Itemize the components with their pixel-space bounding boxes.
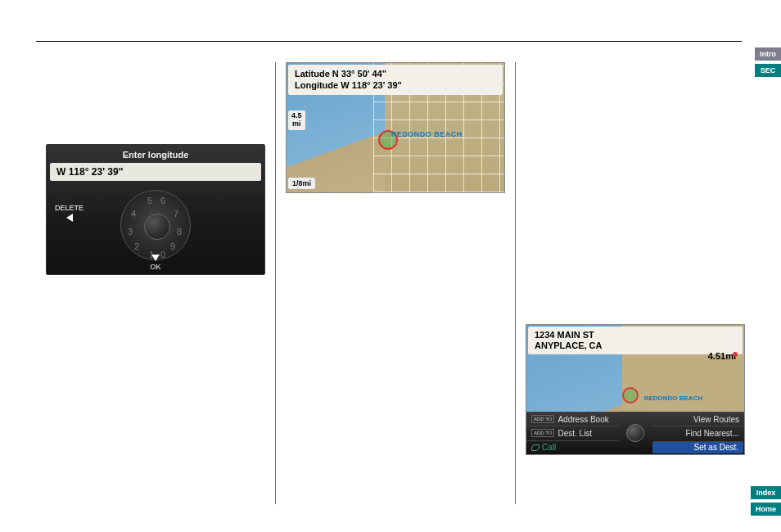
route-options-screen[interactable]: 1234 MAIN ST ANYPLACE, CA 4.51mi REDONDO… bbox=[526, 324, 745, 455]
address-book-button[interactable]: ADD TO Address Book bbox=[526, 412, 619, 426]
set-as-dest-button[interactable]: Set as Dest. bbox=[652, 441, 743, 453]
page-rule bbox=[36, 41, 742, 42]
arrow-left-icon bbox=[66, 214, 73, 222]
ok-label: OK bbox=[150, 263, 160, 271]
scale-badge: 1/8mi bbox=[288, 178, 315, 189]
longitude-readout: W 118° 23' 39" bbox=[50, 163, 261, 181]
latitude-text: Latitude N 33° 50' 44" bbox=[295, 68, 496, 79]
tab-sec[interactable]: SEC bbox=[755, 64, 781, 77]
coordinate-map-screen[interactable]: Latitude N 33° 50' 44" Longitude W 118° … bbox=[286, 62, 505, 193]
address-line2: ANYPLACE, CA bbox=[535, 340, 736, 351]
view-routes-button[interactable]: View Routes bbox=[652, 412, 744, 426]
side-tabs-top: Intro SEC bbox=[755, 47, 781, 77]
dial-digit-6[interactable]: 6 bbox=[160, 196, 165, 205]
dial-digit-9[interactable]: 9 bbox=[170, 241, 175, 251]
view-routes-label: View Routes bbox=[693, 415, 739, 424]
column-middle: Latitude N 33° 50' 44" Longitude W 118° … bbox=[275, 62, 515, 504]
call-button[interactable]: Call bbox=[526, 440, 619, 454]
coord-overlay: Latitude N 33° 50' 44" Longitude W 118° … bbox=[288, 65, 503, 95]
longitude-text: Longitude W 118° 23' 39" bbox=[295, 79, 496, 91]
column-right: 1234 MAIN ST ANYPLACE, CA 4.51mi REDONDO… bbox=[515, 62, 748, 504]
tab-intro[interactable]: Intro bbox=[755, 47, 781, 61]
distance-text: 4.51mi bbox=[708, 351, 736, 361]
dial-digit-3[interactable]: 3 bbox=[128, 227, 133, 237]
distance-unit: mi bbox=[291, 120, 302, 128]
screen1-title: Enter longitude bbox=[47, 150, 264, 160]
dial-digit-5[interactable]: 5 bbox=[147, 196, 152, 205]
dial-digit-4[interactable]: 4 bbox=[131, 209, 136, 219]
dial-digit-2[interactable]: 2 bbox=[134, 241, 139, 251]
find-nearest-button[interactable]: Find Nearest... bbox=[652, 426, 744, 440]
place-label: REDONDO BEACH bbox=[391, 130, 463, 138]
place-label-2: REDONDO BEACH bbox=[644, 394, 703, 402]
menu-knob[interactable] bbox=[619, 412, 652, 454]
delete-button[interactable]: DELETE bbox=[55, 204, 84, 222]
route-menu: ADD TO Address Book ADD TO Dest. List Ca… bbox=[526, 412, 744, 454]
phone-icon bbox=[531, 444, 539, 451]
knob-icon bbox=[626, 424, 644, 442]
ok-button[interactable]: OK bbox=[47, 255, 264, 271]
call-label: Call bbox=[542, 443, 556, 452]
distance-badge: 4.5 mi bbox=[288, 110, 305, 130]
find-nearest-label: Find Nearest... bbox=[685, 429, 739, 438]
dial-digit-8[interactable]: 8 bbox=[177, 227, 182, 237]
delete-label: DELETE bbox=[55, 204, 84, 212]
tab-index[interactable]: Index bbox=[751, 486, 781, 499]
address-book-label: Address Book bbox=[558, 415, 608, 424]
destination-pin-icon bbox=[733, 352, 738, 357]
map-marker-icon-2 bbox=[622, 387, 639, 404]
page-content: Enter longitude W 118° 23' 39" 5 6 4 7 3… bbox=[36, 41, 742, 507]
enter-longitude-screen: Enter longitude W 118° 23' 39" 5 6 4 7 3… bbox=[46, 144, 265, 275]
rotary-dial[interactable]: 5 6 4 7 3 8 2 9 1 0 bbox=[120, 190, 191, 260]
side-tabs-bottom: Index Home bbox=[751, 486, 781, 516]
addto-badge: ADD TO bbox=[531, 415, 554, 423]
dial-digit-7[interactable]: 7 bbox=[174, 209, 178, 219]
addto-badge-2: ADD TO bbox=[531, 429, 554, 437]
set-as-dest-label: Set as Dest. bbox=[694, 443, 738, 452]
dest-list-button[interactable]: ADD TO Dest. List bbox=[526, 426, 619, 440]
arrow-down-icon bbox=[151, 255, 160, 261]
column-left: Enter longitude W 118° 23' 39" 5 6 4 7 3… bbox=[36, 62, 275, 504]
dest-list-label: Dest. List bbox=[558, 429, 592, 438]
tab-home[interactable]: Home bbox=[751, 503, 781, 516]
address-line1: 1234 MAIN ST bbox=[535, 330, 736, 340]
